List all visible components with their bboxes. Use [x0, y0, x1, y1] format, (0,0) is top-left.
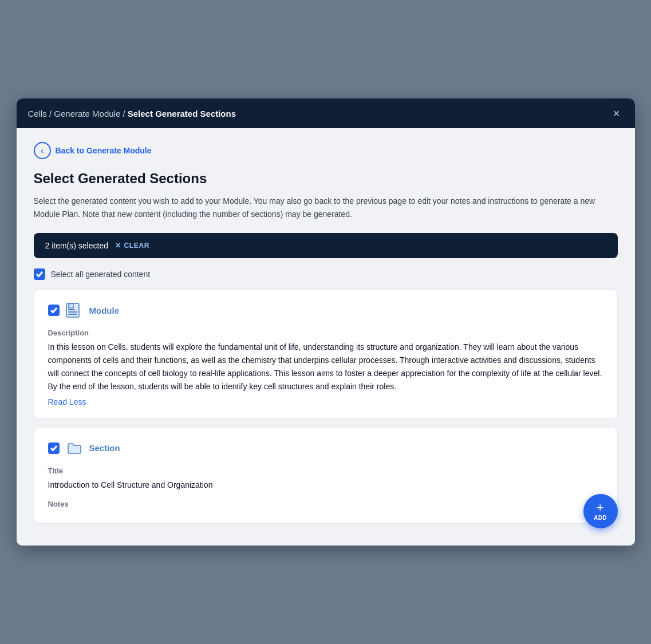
selection-bar: 2 item(s) selected ✕ CLEAR	[34, 233, 618, 258]
section-icon	[65, 439, 84, 457]
section-card-header: Section	[48, 439, 603, 457]
modal-body: ‹ Back to Generate Module Select Generat…	[17, 128, 635, 545]
select-all-label: Select all generated content	[51, 270, 151, 279]
section-title-field: Title Introduction to Cell Structure and…	[48, 467, 603, 492]
section-card: Section Title Introduction to Cell Struc…	[34, 427, 618, 524]
section-card-type: Section	[89, 443, 120, 453]
module-icon	[65, 301, 84, 319]
section-notes-label: Notes	[48, 500, 603, 508]
svg-rect-1	[68, 311, 77, 313]
selection-count: 2 item(s) selected	[45, 241, 108, 250]
section-title-value: Introduction to Cell Structure and Organ…	[48, 479, 603, 492]
modal-container: Cells / Generate Module / Select Generat…	[17, 98, 635, 545]
clear-x-icon: ✕	[115, 242, 121, 250]
breadcrumb: Cells / Generate Module / Select Generat…	[28, 109, 236, 118]
back-circle-icon: ‹	[34, 142, 51, 159]
page-description: Select the generated content you wish to…	[34, 195, 618, 220]
close-button[interactable]: ×	[610, 106, 624, 120]
section-checkbox[interactable]	[48, 442, 60, 454]
clear-label: CLEAR	[124, 242, 149, 250]
module-description-label: Description	[48, 329, 603, 337]
section-notes-field: Notes	[48, 500, 603, 508]
module-description-field: Description In this lesson on Cells, stu…	[48, 329, 603, 406]
module-card-type: Module	[89, 306, 120, 315]
checkmark-icon	[36, 271, 43, 278]
module-checkmark-icon	[50, 307, 57, 314]
module-card-header: Module	[48, 301, 603, 319]
select-all-checkbox[interactable]	[34, 268, 45, 280]
svg-rect-2	[68, 314, 77, 315]
add-fab-plus-icon: +	[597, 501, 604, 514]
section-checkmark-icon	[50, 445, 57, 452]
svg-rect-3	[68, 309, 75, 310]
module-description-value: In this lesson on Cells, students will e…	[48, 341, 603, 393]
select-all-row: Select all generated content	[34, 268, 618, 280]
back-link-label: Back to Generate Module	[56, 146, 152, 155]
module-card: Module Description In this lesson on Cel…	[34, 289, 618, 418]
section-title-label: Title	[48, 467, 603, 475]
add-fab-button[interactable]: + ADD	[583, 494, 618, 528]
add-fab-label: ADD	[594, 515, 607, 521]
page-title: Select Generated Sections	[34, 171, 618, 187]
read-less-button[interactable]: Read Less	[48, 397, 86, 406]
modal-header: Cells / Generate Module / Select Generat…	[17, 98, 635, 128]
back-link[interactable]: ‹ Back to Generate Module	[34, 142, 618, 159]
clear-button[interactable]: ✕ CLEAR	[115, 242, 149, 250]
module-checkbox[interactable]	[48, 305, 60, 316]
